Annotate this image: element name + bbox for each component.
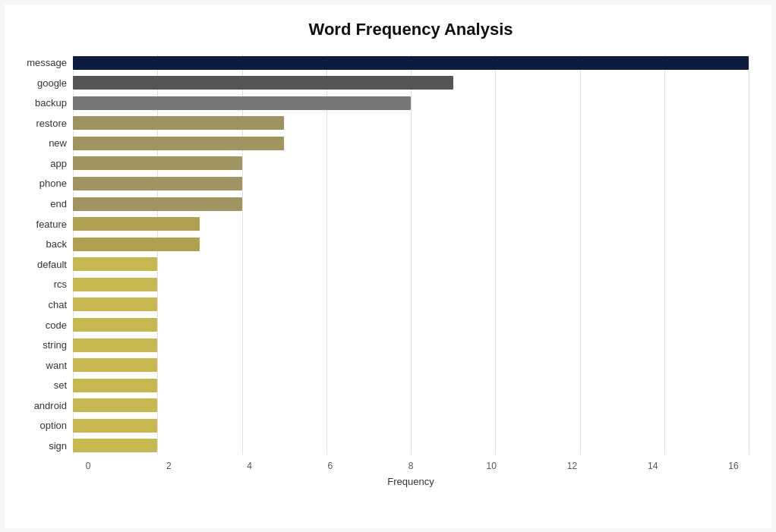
- bar-feature: [73, 217, 200, 231]
- bar-row: phone: [73, 175, 749, 192]
- bar-app: [73, 156, 242, 170]
- bar-label: rcs: [14, 279, 67, 290]
- bar-label: app: [14, 158, 67, 169]
- bar-row: set: [73, 377, 749, 394]
- bar-label: feature: [14, 219, 67, 230]
- bar-default: [73, 257, 157, 271]
- bar-rcs: [73, 278, 157, 291]
- x-tick: 6: [315, 461, 345, 471]
- bar-chat: [73, 297, 157, 311]
- x-tick: 4: [235, 461, 265, 471]
- bar-row: want: [73, 357, 749, 373]
- x-axis-label: Frequency: [73, 476, 749, 487]
- grid-line: [749, 55, 749, 455]
- bar-label: string: [14, 339, 67, 351]
- bar-string: [73, 338, 157, 352]
- bar-label: want: [14, 360, 67, 371]
- bar-google: [73, 76, 453, 90]
- bar-code: [73, 318, 157, 332]
- bar-label: chat: [14, 299, 67, 310]
- bar-back: [73, 238, 200, 251]
- bar-row: backup: [73, 95, 749, 112]
- bar-label: sign: [14, 440, 67, 452]
- chart-area: messagegooglebackuprestorenewappphoneend…: [73, 55, 749, 487]
- bar-row: restore: [73, 115, 749, 131]
- bar-row: message: [73, 55, 749, 71]
- bar-label: set: [14, 379, 67, 391]
- bar-label: back: [14, 238, 67, 250]
- bar-set: [73, 379, 157, 392]
- x-tick: 0: [73, 461, 103, 471]
- bar-label: new: [14, 137, 67, 149]
- x-tick: 10: [476, 461, 506, 471]
- bar-label: phone: [14, 178, 67, 189]
- bar-sign: [73, 439, 157, 452]
- bar-row: rcs: [73, 276, 749, 293]
- bar-label: option: [14, 420, 67, 431]
- bar-backup: [73, 96, 411, 110]
- bar-row: option: [73, 417, 749, 434]
- bar-row: google: [73, 74, 749, 91]
- bar-phone: [73, 177, 242, 190]
- chart-container: Word Frequency Analysis messagegooglebac…: [5, 5, 771, 528]
- x-tick: 12: [557, 461, 588, 471]
- bar-row: string: [73, 337, 749, 354]
- bar-option: [73, 419, 157, 433]
- bar-restore: [73, 116, 284, 130]
- x-tick: 2: [153, 461, 184, 471]
- bar-row: code: [73, 316, 749, 333]
- bar-row: feature: [73, 216, 749, 232]
- bar-row: back: [73, 236, 749, 253]
- bar-row: app: [73, 155, 749, 172]
- bar-want: [73, 358, 157, 372]
- bar-row: chat: [73, 296, 749, 313]
- bars-wrapper: messagegooglebackuprestorenewappphoneend…: [73, 55, 749, 455]
- bar-new: [73, 137, 284, 150]
- chart-title: Word Frequency Analysis: [73, 20, 749, 39]
- bar-label: default: [14, 259, 67, 270]
- bar-label: google: [14, 77, 67, 89]
- bar-message: [73, 56, 749, 70]
- bar-row: end: [73, 196, 749, 212]
- bar-label: code: [14, 320, 67, 331]
- bar-row: android: [73, 397, 749, 414]
- x-tick: 16: [718, 461, 749, 471]
- bar-row: default: [73, 256, 749, 272]
- bar-label: end: [14, 198, 67, 209]
- bar-label: backup: [14, 97, 67, 109]
- bar-label: restore: [14, 118, 67, 129]
- x-tick: 8: [396, 461, 426, 471]
- x-tick: 14: [638, 461, 668, 471]
- x-axis: 0246810121416: [73, 461, 749, 471]
- bar-label: message: [14, 57, 67, 68]
- bar-label: android: [14, 400, 67, 411]
- bar-row: sign: [73, 437, 749, 454]
- bar-row: new: [73, 135, 749, 152]
- bar-android: [73, 398, 157, 412]
- bar-end: [73, 197, 242, 211]
